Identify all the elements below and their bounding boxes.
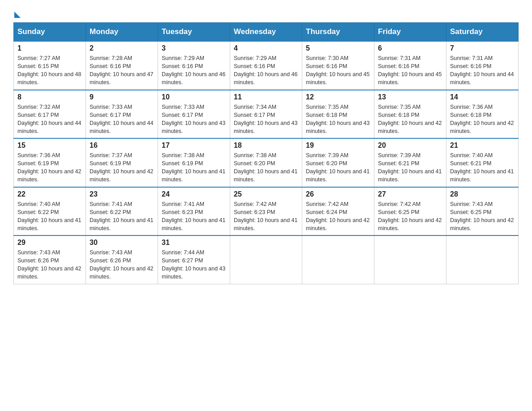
day-info: Sunrise: 7:42 AMSunset: 6:24 PMDaylight:… (306, 200, 370, 233)
day-info: Sunrise: 7:28 AMSunset: 6:16 PMDaylight:… (90, 54, 154, 87)
day-number: 3 (162, 44, 226, 52)
day-cell-5: 5Sunrise: 7:30 AMSunset: 6:16 PMDaylight… (302, 41, 374, 90)
day-cell-23: 23Sunrise: 7:41 AMSunset: 6:22 PMDayligh… (86, 187, 158, 236)
day-cell-1: 1Sunrise: 7:27 AMSunset: 6:15 PMDaylight… (14, 41, 86, 90)
day-info: Sunrise: 7:38 AMSunset: 6:19 PMDaylight:… (162, 151, 226, 184)
week-row-1: 1Sunrise: 7:27 AMSunset: 6:15 PMDaylight… (14, 41, 519, 90)
day-cell-20: 20Sunrise: 7:39 AMSunset: 6:21 PMDayligh… (374, 138, 446, 187)
day-number: 7 (450, 44, 515, 52)
day-cell-9: 9Sunrise: 7:33 AMSunset: 6:17 PMDaylight… (86, 90, 158, 139)
day-number: 26 (306, 190, 370, 198)
week-row-3: 15Sunrise: 7:36 AMSunset: 6:19 PMDayligh… (14, 138, 519, 187)
day-info: Sunrise: 7:31 AMSunset: 6:16 PMDaylight:… (450, 54, 515, 87)
day-number: 5 (306, 44, 370, 52)
day-number: 29 (17, 239, 82, 247)
day-number: 15 (17, 141, 82, 150)
day-cell-15: 15Sunrise: 7:36 AMSunset: 6:19 PMDayligh… (14, 138, 86, 187)
day-cell-7: 7Sunrise: 7:31 AMSunset: 6:16 PMDaylight… (446, 41, 519, 90)
header-saturday: Saturday (446, 23, 519, 42)
header-monday: Monday (86, 23, 158, 42)
day-info: Sunrise: 7:27 AMSunset: 6:15 PMDaylight:… (17, 54, 82, 87)
day-cell-2: 2Sunrise: 7:28 AMSunset: 6:16 PMDaylight… (86, 41, 158, 90)
day-info: Sunrise: 7:39 AMSunset: 6:21 PMDaylight:… (378, 151, 442, 184)
day-number: 16 (90, 141, 154, 150)
week-row-2: 8Sunrise: 7:32 AMSunset: 6:17 PMDaylight… (14, 90, 519, 139)
day-info: Sunrise: 7:29 AMSunset: 6:16 PMDaylight:… (234, 54, 298, 87)
day-number: 11 (234, 93, 298, 101)
day-number: 8 (17, 93, 82, 101)
day-number: 2 (90, 44, 154, 52)
day-number: 28 (450, 190, 515, 198)
day-cell-13: 13Sunrise: 7:35 AMSunset: 6:18 PMDayligh… (374, 90, 446, 139)
empty-cell (302, 235, 374, 284)
day-number: 17 (162, 141, 226, 150)
week-row-5: 29Sunrise: 7:43 AMSunset: 6:26 PMDayligh… (14, 235, 519, 284)
day-number: 19 (306, 141, 370, 150)
header-tuesday: Tuesday (158, 23, 230, 42)
day-number: 6 (378, 44, 442, 52)
day-cell-19: 19Sunrise: 7:39 AMSunset: 6:20 PMDayligh… (302, 138, 374, 187)
header-friday: Friday (374, 23, 446, 42)
day-number: 18 (234, 141, 298, 150)
day-info: Sunrise: 7:41 AMSunset: 6:23 PMDaylight:… (162, 200, 226, 233)
day-info: Sunrise: 7:35 AMSunset: 6:18 PMDaylight:… (306, 103, 370, 136)
day-info: Sunrise: 7:40 AMSunset: 6:22 PMDaylight:… (17, 200, 82, 233)
day-cell-21: 21Sunrise: 7:40 AMSunset: 6:21 PMDayligh… (446, 138, 519, 187)
day-info: Sunrise: 7:42 AMSunset: 6:25 PMDaylight:… (378, 200, 442, 233)
day-info: Sunrise: 7:30 AMSunset: 6:16 PMDaylight:… (306, 54, 370, 87)
day-number: 22 (17, 190, 82, 198)
day-number: 9 (90, 93, 154, 101)
day-info: Sunrise: 7:36 AMSunset: 6:19 PMDaylight:… (17, 151, 82, 184)
day-cell-3: 3Sunrise: 7:29 AMSunset: 6:16 PMDaylight… (158, 41, 230, 90)
day-info: Sunrise: 7:36 AMSunset: 6:18 PMDaylight:… (450, 103, 515, 136)
day-number: 14 (450, 93, 515, 101)
calendar-table: SundayMondayTuesdayWednesdayThursdayFrid… (13, 22, 519, 284)
day-number: 20 (378, 141, 442, 150)
logo (13, 9, 21, 18)
day-cell-11: 11Sunrise: 7:34 AMSunset: 6:17 PMDayligh… (230, 90, 302, 139)
header-row: SundayMondayTuesdayWednesdayThursdayFrid… (14, 23, 519, 42)
day-info: Sunrise: 7:43 AMSunset: 6:26 PMDaylight:… (17, 248, 82, 281)
day-cell-4: 4Sunrise: 7:29 AMSunset: 6:16 PMDaylight… (230, 41, 302, 90)
empty-cell (374, 235, 446, 284)
week-row-4: 22Sunrise: 7:40 AMSunset: 6:22 PMDayligh… (14, 187, 519, 236)
day-cell-22: 22Sunrise: 7:40 AMSunset: 6:22 PMDayligh… (14, 187, 86, 236)
day-cell-27: 27Sunrise: 7:42 AMSunset: 6:25 PMDayligh… (374, 187, 446, 236)
day-info: Sunrise: 7:42 AMSunset: 6:23 PMDaylight:… (234, 200, 298, 233)
day-cell-28: 28Sunrise: 7:43 AMSunset: 6:25 PMDayligh… (446, 187, 519, 236)
day-cell-8: 8Sunrise: 7:32 AMSunset: 6:17 PMDaylight… (14, 90, 86, 139)
day-info: Sunrise: 7:37 AMSunset: 6:19 PMDaylight:… (90, 151, 154, 184)
header-wednesday: Wednesday (230, 23, 302, 42)
page-header (13, 9, 519, 18)
logo-triangle-icon (14, 12, 21, 18)
day-cell-25: 25Sunrise: 7:42 AMSunset: 6:23 PMDayligh… (230, 187, 302, 236)
day-cell-17: 17Sunrise: 7:38 AMSunset: 6:19 PMDayligh… (158, 138, 230, 187)
day-cell-6: 6Sunrise: 7:31 AMSunset: 6:16 PMDaylight… (374, 41, 446, 90)
day-cell-26: 26Sunrise: 7:42 AMSunset: 6:24 PMDayligh… (302, 187, 374, 236)
day-info: Sunrise: 7:33 AMSunset: 6:17 PMDaylight:… (90, 103, 154, 136)
day-info: Sunrise: 7:35 AMSunset: 6:18 PMDaylight:… (378, 103, 442, 136)
day-number: 21 (450, 141, 515, 150)
day-info: Sunrise: 7:29 AMSunset: 6:16 PMDaylight:… (162, 54, 226, 87)
day-info: Sunrise: 7:31 AMSunset: 6:16 PMDaylight:… (378, 54, 442, 87)
day-info: Sunrise: 7:32 AMSunset: 6:17 PMDaylight:… (17, 103, 82, 136)
day-number: 13 (378, 93, 442, 101)
day-number: 4 (234, 44, 298, 52)
day-number: 10 (162, 93, 226, 101)
day-cell-30: 30Sunrise: 7:43 AMSunset: 6:26 PMDayligh… (86, 235, 158, 284)
day-number: 30 (90, 239, 154, 247)
day-cell-16: 16Sunrise: 7:37 AMSunset: 6:19 PMDayligh… (86, 138, 158, 187)
calendar-header: SundayMondayTuesdayWednesdayThursdayFrid… (14, 23, 519, 42)
day-info: Sunrise: 7:44 AMSunset: 6:27 PMDaylight:… (162, 248, 226, 281)
day-number: 25 (234, 190, 298, 198)
header-sunday: Sunday (14, 23, 86, 42)
day-number: 24 (162, 190, 226, 198)
day-info: Sunrise: 7:41 AMSunset: 6:22 PMDaylight:… (90, 200, 154, 233)
day-cell-10: 10Sunrise: 7:33 AMSunset: 6:17 PMDayligh… (158, 90, 230, 139)
day-cell-12: 12Sunrise: 7:35 AMSunset: 6:18 PMDayligh… (302, 90, 374, 139)
day-info: Sunrise: 7:43 AMSunset: 6:26 PMDaylight:… (90, 248, 154, 281)
day-number: 31 (162, 239, 226, 247)
day-info: Sunrise: 7:40 AMSunset: 6:21 PMDaylight:… (450, 151, 515, 184)
day-info: Sunrise: 7:39 AMSunset: 6:20 PMDaylight:… (306, 151, 370, 184)
day-info: Sunrise: 7:43 AMSunset: 6:25 PMDaylight:… (450, 200, 515, 233)
